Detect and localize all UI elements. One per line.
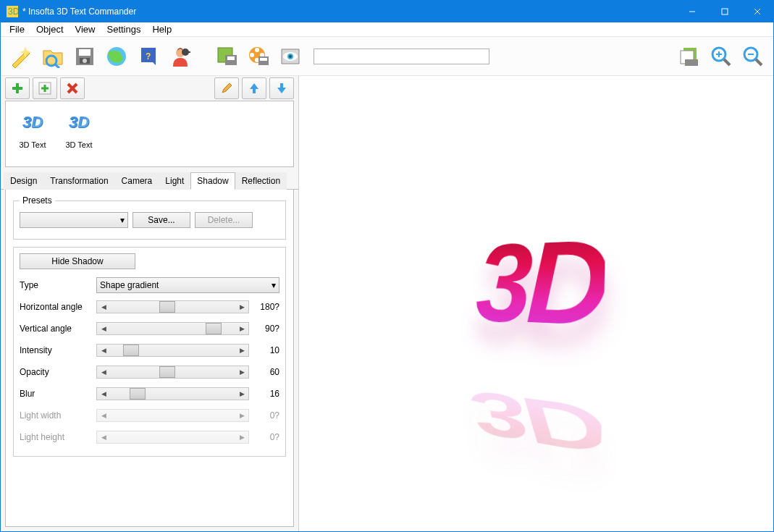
param-slider: ◀▶	[96, 409, 249, 422]
minimize-button[interactable]	[676, 1, 708, 22]
param-slider[interactable]: ◀▶	[96, 322, 249, 335]
zoom-out-icon[interactable]	[739, 42, 767, 71]
export-movie-icon[interactable]	[244, 42, 273, 71]
zoom-in-icon[interactable]	[707, 42, 736, 71]
shadow-params-group: Hide Shadow Type Shape gradient▾ Horizon…	[13, 247, 286, 457]
menu-file[interactable]: File	[4, 22, 30, 36]
chevron-down-icon: ▾	[272, 280, 276, 290]
move-down-button[interactable]	[269, 77, 294, 99]
add-object-button[interactable]	[5, 77, 30, 99]
param-slider[interactable]: ◀▶	[96, 366, 249, 379]
svg-rect-35	[685, 59, 698, 66]
svg-text:3D: 3D	[8, 7, 18, 17]
svg-rect-11	[79, 49, 91, 56]
close-button[interactable]	[741, 1, 773, 22]
title-bar: 3D * Insofta 3D Text Commander	[1, 1, 773, 22]
export-layers-icon[interactable]	[675, 42, 704, 71]
preset-save-button[interactable]: Save...	[132, 212, 190, 228]
hide-shadow-button[interactable]: Hide Shadow	[20, 253, 135, 269]
chevron-left-icon[interactable]: ◀	[97, 301, 110, 313]
open-icon[interactable]	[38, 42, 67, 71]
svg-rect-18	[188, 51, 190, 53]
delete-object-button[interactable]	[60, 77, 85, 99]
address-field[interactable]	[314, 48, 489, 64]
object-label: 3D Text	[19, 140, 46, 149]
tab-camera[interactable]: Camera	[115, 172, 159, 190]
param-value: 16	[253, 389, 279, 399]
preview-panel[interactable]: 3D	[299, 76, 773, 531]
tab-design[interactable]: Design	[4, 172, 43, 190]
export-image-icon[interactable]	[212, 42, 241, 71]
presets-group: Presets ▾ Save... Delete...	[13, 195, 286, 240]
window-title: * Insofta 3D Text Commander	[22, 7, 676, 17]
svg-text:?: ?	[146, 51, 151, 62]
chevron-right-icon: ▶	[235, 410, 248, 421]
svg-point-32	[289, 55, 292, 58]
help-icon[interactable]: ?	[134, 42, 163, 71]
param-value: 90?	[253, 324, 279, 334]
svg-point-27	[250, 53, 254, 57]
add-item-button[interactable]	[33, 77, 57, 99]
object-item[interactable]: 3D 3D Text	[62, 109, 96, 159]
slider-thumb[interactable]	[159, 366, 175, 378]
slider-thumb[interactable]	[206, 323, 222, 334]
presets-legend: Presets	[20, 195, 55, 206]
svg-rect-29	[260, 58, 267, 61]
preset-delete-button[interactable]: Delete...	[195, 212, 253, 228]
param-label: Intensity	[20, 345, 92, 355]
menu-view[interactable]: View	[70, 22, 101, 36]
tab-light[interactable]: Light	[159, 172, 190, 190]
tab-transformation[interactable]: Transformation	[43, 172, 114, 190]
param-label: Light height	[20, 432, 92, 442]
menu-help[interactable]: Help	[146, 22, 177, 36]
chevron-left-icon[interactable]: ◀	[97, 388, 110, 400]
chevron-right-icon: ▶	[235, 431, 248, 443]
param-slider[interactable]: ◀▶	[96, 344, 249, 357]
param-slider[interactable]: ◀▶	[96, 387, 249, 400]
chevron-left-icon[interactable]: ◀	[97, 345, 110, 356]
svg-line-41	[756, 59, 762, 65]
object-item[interactable]: 3D 3D Text	[16, 109, 49, 159]
preview-3d-text: 3D	[474, 212, 606, 355]
slider-thumb[interactable]	[130, 388, 146, 400]
tab-reflection[interactable]: Reflection	[235, 172, 287, 190]
chevron-right-icon[interactable]: ▶	[235, 366, 248, 378]
chevron-right-icon[interactable]: ▶	[235, 301, 248, 313]
menu-settings[interactable]: Settings	[101, 22, 146, 36]
tab-shadow[interactable]: Shadow	[190, 172, 235, 190]
param-slider[interactable]: ◀▶	[96, 300, 249, 313]
param-label: Light width	[20, 410, 92, 421]
param-label: Opacity	[20, 367, 92, 377]
type-label: Type	[20, 280, 92, 290]
type-dropdown[interactable]: Shape gradient▾	[96, 277, 279, 293]
preset-dropdown[interactable]: ▾	[20, 212, 128, 228]
chevron-right-icon[interactable]: ▶	[235, 323, 248, 334]
wizard-icon[interactable]	[7, 42, 35, 71]
tab-content-shadow: Presets ▾ Save... Delete... Hide Shadow …	[5, 190, 294, 527]
chevron-down-icon: ▾	[120, 215, 125, 225]
menu-object[interactable]: Object	[30, 22, 70, 36]
save-icon[interactable]	[70, 42, 99, 71]
maximize-button[interactable]	[708, 1, 741, 22]
chevron-right-icon[interactable]: ▶	[235, 388, 248, 400]
chevron-left-icon: ◀	[97, 410, 110, 421]
chevron-right-icon[interactable]: ▶	[235, 345, 248, 356]
tab-bar: Design Transformation Camera Light Shado…	[1, 172, 298, 190]
slider-thumb[interactable]	[123, 345, 139, 356]
object-list[interactable]: 3D 3D Text 3D 3D Text	[5, 101, 294, 167]
user-icon[interactable]	[166, 42, 195, 71]
object-toolbar	[1, 76, 298, 101]
move-up-button[interactable]	[242, 77, 266, 99]
preview-icon[interactable]	[276, 42, 305, 71]
chevron-left-icon[interactable]: ◀	[97, 366, 110, 378]
chevron-left-icon[interactable]: ◀	[97, 323, 110, 334]
left-panel: 3D 3D Text 3D 3D Text Design Transformat…	[1, 76, 299, 531]
main-toolbar: ?	[1, 37, 773, 76]
svg-rect-3	[722, 9, 728, 14]
chevron-left-icon: ◀	[97, 431, 110, 443]
slider-thumb[interactable]	[159, 301, 175, 313]
browser-icon[interactable]	[102, 42, 131, 71]
edit-object-button[interactable]	[214, 77, 239, 99]
object-label: 3D Text	[65, 140, 92, 149]
svg-line-37	[724, 59, 730, 65]
